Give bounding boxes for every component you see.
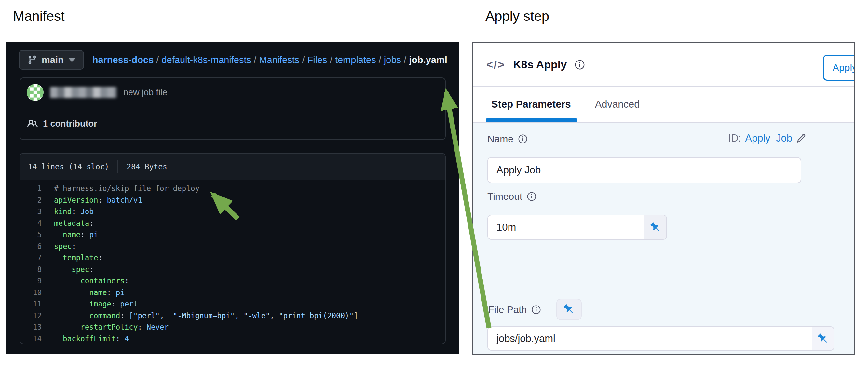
file-path-field-label: File Path: [488, 304, 541, 315]
code-line-14: 14 backoffLimit: 4: [20, 333, 445, 344]
branch-selector-button[interactable]: main: [19, 50, 84, 70]
line-number[interactable]: 10: [20, 287, 42, 299]
code-text: spec:: [42, 241, 76, 252]
apply-changes-button[interactable]: Apply: [823, 55, 855, 81]
breadcrumb-segment-job-yaml: job.yaml: [409, 55, 447, 65]
breadcrumb-separator: /: [251, 55, 259, 65]
pin-icon: [816, 332, 830, 345]
line-number[interactable]: 5: [20, 229, 42, 241]
code-text: restartPolicy: Never: [42, 322, 168, 333]
line-number[interactable]: 14: [20, 333, 42, 344]
step-tabs: Step ParametersAdvanced: [473, 87, 854, 123]
code-text: metadata:: [42, 218, 94, 230]
code-text: backoffLimit: 4: [42, 333, 129, 344]
timeout-info-icon[interactable]: [527, 192, 536, 202]
code-text: template:: [42, 252, 102, 264]
line-number[interactable]: 1: [20, 183, 42, 194]
code-line-5: 5 name: pi: [20, 229, 445, 241]
breadcrumb-segment-jobs[interactable]: jobs: [384, 55, 401, 65]
code-line-9: 9 containers:: [20, 275, 445, 287]
id-value-link[interactable]: Apply_Job: [745, 132, 792, 144]
code-text: # harness.io/skip-file-for-deploy: [42, 183, 199, 194]
code-line-7: 7 template:: [20, 252, 445, 264]
code-text: image: perl: [42, 298, 137, 310]
code-line-8: 8 spec:: [20, 264, 445, 276]
breadcrumb: harness-docs / default-k8s-manifests / M…: [92, 55, 447, 65]
file-path-pin-toggle[interactable]: [812, 327, 834, 350]
file-path-input[interactable]: [488, 327, 812, 350]
name-field-label: Name: [487, 133, 528, 145]
screenshot-canvas: Manifest Apply step main harness-docs / …: [0, 0, 868, 367]
breadcrumb-segment-default-k8s-manifests[interactable]: default-k8s-manifests: [161, 55, 251, 65]
k8s-apply-step-panel: </> K8s Apply Apply Step ParametersAdvan…: [472, 42, 855, 355]
timeout-pin-toggle[interactable]: [645, 215, 666, 239]
id-label: ID:: [728, 132, 741, 144]
line-number[interactable]: 3: [20, 206, 42, 218]
line-number[interactable]: 2: [20, 194, 42, 206]
file-path-label-text: File Path: [488, 304, 527, 315]
line-number[interactable]: 6: [20, 241, 42, 252]
line-number[interactable]: 4: [20, 218, 42, 230]
timeout-label-text: Timeout: [487, 191, 522, 202]
commit-author-redacted: [50, 87, 117, 98]
tab-step-parameters[interactable]: Step Parameters: [489, 87, 574, 122]
section-divider: [486, 272, 854, 272]
step-header: </> K8s Apply Apply: [473, 43, 854, 87]
file-size: 284 Bytes: [127, 162, 167, 171]
code-line-11: 11 image: perl: [20, 298, 445, 310]
code-view: 1# harness.io/skip-file-for-deploy2apiVe…: [20, 180, 445, 344]
breadcrumb-segment-manifests[interactable]: Manifests: [259, 55, 299, 65]
line-number[interactable]: 11: [20, 298, 42, 310]
line-number[interactable]: 13: [20, 322, 42, 333]
pin-icon: [562, 303, 576, 316]
edit-id-pencil-icon[interactable]: [796, 133, 806, 143]
step-info-icon[interactable]: [575, 60, 585, 70]
code-text: - name: pi: [42, 287, 125, 299]
stats-divider: [118, 160, 118, 174]
contributors-row[interactable]: 1 contributor: [20, 108, 445, 140]
line-number[interactable]: 8: [20, 264, 42, 276]
tab-advanced[interactable]: Advanced: [592, 87, 643, 122]
breadcrumb-separator: /: [299, 55, 307, 65]
step-id-row: ID: Apply_Job: [728, 132, 806, 144]
breadcrumb-segment-files[interactable]: Files: [307, 55, 327, 65]
code-line-10: 10 - name: pi: [20, 287, 445, 299]
code-text: apiVersion: batch/v1: [42, 194, 142, 206]
breadcrumb-separator: /: [376, 55, 384, 65]
code-line-4: 4metadata:: [20, 218, 445, 230]
contributors-count: 1 contributor: [43, 119, 97, 129]
code-text: spec:: [42, 264, 94, 276]
commit-message-link[interactable]: new job file: [123, 88, 167, 98]
latest-commit-row: new job file: [20, 78, 445, 108]
file-stats-bar: 14 lines (14 sloc) 284 Bytes: [20, 154, 445, 180]
github-file-panel: main harness-docs / default-k8s-manifest…: [5, 42, 459, 354]
line-number[interactable]: 12: [20, 310, 42, 322]
file-lines-count: 14 lines (14 sloc): [28, 162, 109, 171]
timeout-field-label: Timeout: [487, 191, 536, 202]
code-text: kind: Job: [42, 206, 94, 218]
name-input[interactable]: [488, 158, 801, 183]
breadcrumb-separator: /: [154, 55, 161, 65]
breadcrumb-segment-templates[interactable]: templates: [335, 55, 376, 65]
name-info-icon[interactable]: [518, 134, 528, 144]
breadcrumb-separator: /: [401, 55, 409, 65]
git-branch-icon: [27, 55, 37, 65]
file-path-pin-button[interactable]: [556, 299, 582, 320]
code-line-2: 2apiVersion: batch/v1: [20, 194, 445, 206]
code-text: name: pi: [42, 229, 98, 241]
step-title: K8s Apply: [513, 58, 567, 71]
name-label-text: Name: [487, 133, 514, 145]
line-number[interactable]: 7: [20, 252, 42, 264]
code-text: command: ["perl", "-Mbignum=bpi", "-wle"…: [42, 310, 358, 322]
file-path-info-icon[interactable]: [531, 305, 541, 315]
line-number[interactable]: 9: [20, 275, 42, 287]
people-icon: [27, 118, 38, 129]
avatar[interactable]: [27, 84, 43, 101]
code-icon: </>: [486, 58, 505, 71]
github-file-header: main harness-docs / default-k8s-manifest…: [5, 42, 459, 78]
timeout-input[interactable]: [488, 215, 645, 239]
name-input-wrap: [487, 157, 801, 183]
code-line-3: 3kind: Job: [20, 206, 445, 218]
file-content-box: 14 lines (14 sloc) 284 Bytes 1# harness.…: [20, 153, 446, 344]
breadcrumb-segment-harness-docs[interactable]: harness-docs: [92, 55, 154, 65]
